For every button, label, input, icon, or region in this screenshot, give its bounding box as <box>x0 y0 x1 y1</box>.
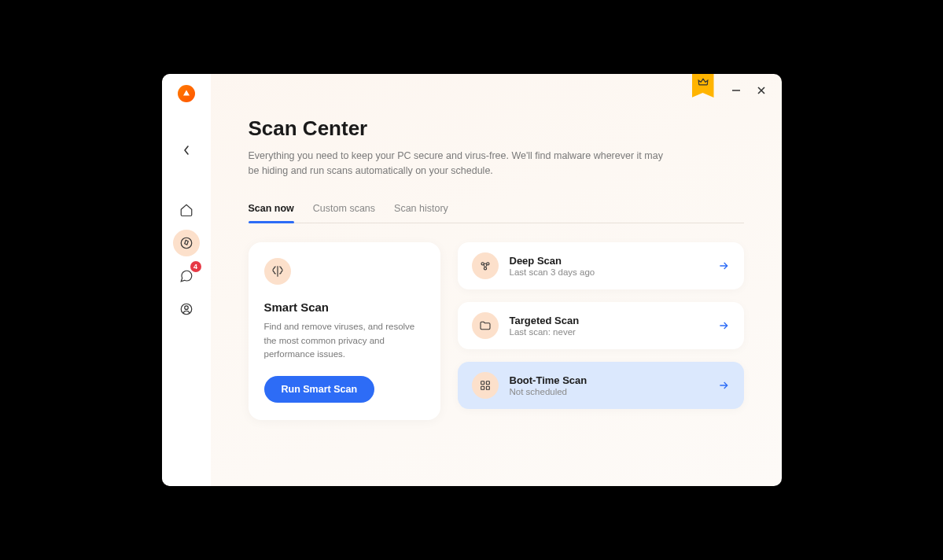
sidebar-item-home[interactable] <box>173 197 200 223</box>
svg-rect-12 <box>486 386 489 389</box>
scan-arrow <box>717 319 730 332</box>
sidebar: 4 <box>162 74 211 486</box>
user-icon <box>179 302 193 316</box>
run-smart-scan-button[interactable]: Run Smart Scan <box>264 376 375 403</box>
deep-scan-icon-wrap <box>472 252 499 279</box>
svg-point-3 <box>181 238 192 249</box>
page-subtitle: Everything you need to keep your PC secu… <box>249 149 673 179</box>
chat-icon <box>179 269 193 283</box>
scan-subtitle: Not scheduled <box>510 387 706 396</box>
crown-icon <box>698 77 709 88</box>
tabs: Scan now Custom scans Scan history <box>249 203 744 223</box>
sidebar-item-scan[interactable] <box>173 230 200 256</box>
svg-point-5 <box>184 306 188 310</box>
smart-scan-icon-wrap <box>264 258 291 285</box>
sidebar-item-messages[interactable]: 4 <box>173 263 200 289</box>
scan-text: Boot-Time Scan Not scheduled <box>510 374 706 396</box>
chevron-left-icon <box>182 145 190 156</box>
minimize-icon <box>731 86 741 95</box>
smart-scan-description: Find and remove viruses, and resolve the… <box>264 320 425 362</box>
close-icon <box>757 86 766 95</box>
scan-arrow <box>717 379 730 392</box>
scan-title: Boot-Time Scan <box>510 374 706 386</box>
arrow-right-icon <box>717 319 730 332</box>
svg-rect-9 <box>481 381 484 384</box>
smart-scan-title: Smart Scan <box>264 300 425 314</box>
smart-scan-card: Smart Scan Find and remove viruses, and … <box>249 242 440 420</box>
grid-icon <box>479 379 492 392</box>
boot-scan-icon-wrap <box>472 372 499 399</box>
svg-rect-11 <box>481 386 484 389</box>
compass-icon <box>179 236 193 250</box>
scan-item-targeted[interactable]: Targeted Scan Last scan: never <box>458 302 744 349</box>
app-window: 4 Scan Center Everything you need to kee… <box>162 74 782 486</box>
back-button[interactable] <box>175 138 198 162</box>
folder-icon <box>479 319 492 332</box>
main-content: Scan Center Everything you need to keep … <box>211 74 782 486</box>
tab-scan-now[interactable]: Scan now <box>249 203 294 223</box>
scan-text: Deep Scan Last scan 3 days ago <box>510 255 706 277</box>
arrow-right-icon <box>717 379 730 392</box>
premium-ribbon[interactable] <box>692 74 714 98</box>
sidebar-item-account[interactable] <box>173 296 200 322</box>
scan-subtitle: Last scan 3 days ago <box>510 267 706 277</box>
scan-item-boot-time[interactable]: Boot-Time Scan Not scheduled <box>458 362 744 409</box>
svg-point-8 <box>484 267 486 269</box>
app-logo[interactable] <box>178 85 195 102</box>
molecule-icon <box>479 260 492 272</box>
scan-title: Deep Scan <box>510 255 706 267</box>
logo-icon <box>182 89 191 98</box>
scan-list: Deep Scan Last scan 3 days ago Targeted … <box>458 242 744 420</box>
page-title: Scan Center <box>249 116 744 141</box>
scan-subtitle: Last scan: never <box>510 327 706 337</box>
minimize-button[interactable] <box>725 82 747 99</box>
titlebar <box>692 74 782 99</box>
scan-item-deep[interactable]: Deep Scan Last scan 3 days ago <box>458 242 744 289</box>
tab-custom-scans[interactable]: Custom scans <box>313 203 375 223</box>
close-button[interactable] <box>750 82 772 99</box>
notification-badge: 4 <box>190 261 201 272</box>
scan-text: Targeted Scan Last scan: never <box>510 315 706 337</box>
arrow-right-icon <box>717 260 730 272</box>
svg-rect-10 <box>486 381 489 384</box>
scan-arrow <box>717 260 730 272</box>
scan-title: Targeted Scan <box>510 315 706 326</box>
home-icon <box>179 203 193 217</box>
targeted-scan-icon-wrap <box>472 312 499 339</box>
cards-row: Smart Scan Find and remove viruses, and … <box>249 242 744 420</box>
tab-scan-history[interactable]: Scan history <box>394 203 448 223</box>
brain-icon <box>271 264 285 278</box>
